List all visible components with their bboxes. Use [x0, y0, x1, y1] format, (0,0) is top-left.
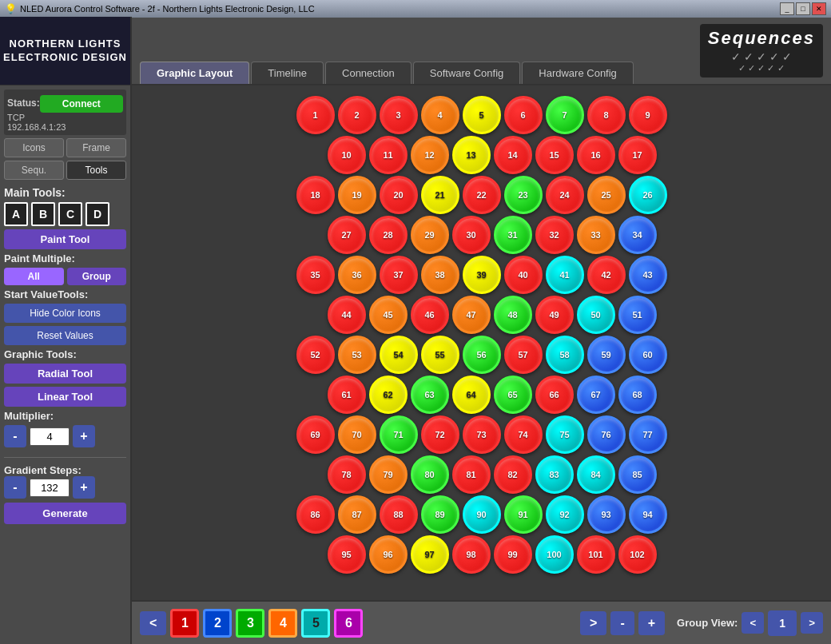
- all-button[interactable]: All: [4, 268, 64, 285]
- led-node-39[interactable]: 39: [463, 256, 501, 294]
- led-node-38[interactable]: 38: [421, 256, 459, 294]
- led-node-50[interactable]: 50: [577, 296, 615, 334]
- led-node-87[interactable]: 87: [338, 495, 376, 534]
- group-view-next[interactable]: >: [801, 612, 823, 634]
- led-node-23[interactable]: 23: [504, 176, 543, 214]
- led-node-62[interactable]: 62: [369, 376, 408, 414]
- led-node-32[interactable]: 32: [535, 216, 574, 254]
- led-node-67[interactable]: 67: [577, 376, 615, 414]
- group-view-prev[interactable]: <: [742, 612, 764, 634]
- led-node-88[interactable]: 88: [380, 495, 418, 534]
- led-node-42[interactable]: 42: [587, 256, 626, 294]
- led-node-29[interactable]: 29: [411, 216, 449, 254]
- led-node-59[interactable]: 59: [587, 336, 626, 374]
- led-node-53[interactable]: 53: [338, 336, 376, 374]
- led-node-70[interactable]: 70: [338, 415, 376, 454]
- led-node-15[interactable]: 15: [535, 136, 574, 174]
- led-node-54[interactable]: 54: [380, 336, 418, 374]
- multiplier-minus-button[interactable]: -: [4, 425, 26, 447]
- led-node-45[interactable]: 45: [369, 296, 408, 334]
- connect-button[interactable]: Connect: [40, 95, 123, 113]
- led-node-79[interactable]: 79: [369, 455, 408, 494]
- led-node-2[interactable]: 2: [338, 96, 376, 134]
- led-node-83[interactable]: 83: [535, 455, 574, 494]
- led-node-97[interactable]: 97: [411, 535, 449, 574]
- led-node-3[interactable]: 3: [380, 96, 418, 134]
- led-node-60[interactable]: 60: [629, 336, 667, 374]
- paint-tool-button[interactable]: Paint Tool: [4, 229, 126, 249]
- led-node-65[interactable]: 65: [494, 376, 532, 414]
- led-node-44[interactable]: 44: [328, 296, 366, 334]
- led-node-81[interactable]: 81: [452, 455, 491, 494]
- led-node-40[interactable]: 40: [504, 256, 543, 294]
- led-node-24[interactable]: 24: [546, 176, 584, 214]
- led-node-98[interactable]: 98: [452, 535, 491, 574]
- led-node-27[interactable]: 27: [328, 216, 366, 254]
- led-node-48[interactable]: 48: [494, 296, 532, 334]
- led-node-101[interactable]: 101: [577, 535, 615, 574]
- group-4-button[interactable]: 4: [268, 609, 297, 638]
- bottom-plus-button[interactable]: +: [638, 611, 665, 635]
- led-node-99[interactable]: 99: [494, 535, 532, 574]
- group-3-button[interactable]: 3: [236, 609, 264, 638]
- multiplier-plus-button[interactable]: +: [73, 425, 95, 447]
- led-node-66[interactable]: 66: [535, 376, 574, 414]
- close-button[interactable]: ✕: [812, 2, 826, 15]
- led-node-96[interactable]: 96: [369, 535, 408, 574]
- led-node-33[interactable]: 33: [577, 216, 615, 254]
- led-node-9[interactable]: 9: [629, 96, 667, 134]
- led-node-61[interactable]: 61: [328, 376, 366, 414]
- led-node-74[interactable]: 74: [504, 415, 543, 454]
- abcd-b-button[interactable]: B: [31, 202, 55, 226]
- led-node-41[interactable]: 41: [546, 256, 584, 294]
- led-node-8[interactable]: 8: [587, 96, 626, 134]
- hide-color-button[interactable]: Hide Color Icons: [4, 304, 126, 323]
- led-node-82[interactable]: 82: [494, 455, 532, 494]
- led-node-36[interactable]: 36: [338, 256, 376, 294]
- led-node-16[interactable]: 16: [577, 136, 615, 174]
- led-node-18[interactable]: 18: [296, 176, 335, 214]
- led-node-12[interactable]: 12: [411, 136, 449, 174]
- tab-timeline[interactable]: Timeline: [251, 62, 324, 84]
- led-node-5[interactable]: 5: [463, 96, 501, 134]
- tab-connection[interactable]: Connection: [325, 62, 412, 84]
- led-node-85[interactable]: 85: [618, 455, 657, 494]
- led-node-26[interactable]: 26: [629, 176, 667, 214]
- led-node-1[interactable]: 1: [296, 96, 335, 134]
- led-node-34[interactable]: 34: [618, 216, 657, 254]
- led-node-47[interactable]: 47: [452, 296, 491, 334]
- bottom-minus-button[interactable]: -: [610, 611, 634, 635]
- tab-hardware-config[interactable]: Hardware Config: [522, 62, 634, 84]
- reset-values-button[interactable]: Reset Values: [4, 326, 126, 345]
- led-node-86[interactable]: 86: [296, 495, 335, 534]
- led-node-58[interactable]: 58: [546, 336, 584, 374]
- led-node-17[interactable]: 17: [618, 136, 657, 174]
- led-node-100[interactable]: 100: [535, 535, 574, 574]
- maximize-button[interactable]: □: [796, 2, 810, 15]
- led-node-13[interactable]: 13: [452, 136, 491, 174]
- led-node-76[interactable]: 76: [587, 415, 626, 454]
- led-node-64[interactable]: 64: [452, 376, 491, 414]
- linear-tool-button[interactable]: Linear Tool: [4, 387, 126, 407]
- tab-software-config[interactable]: Software Config: [413, 62, 521, 84]
- led-node-11[interactable]: 11: [369, 136, 408, 174]
- next-group-button[interactable]: >: [580, 611, 606, 635]
- led-node-90[interactable]: 90: [463, 495, 501, 534]
- led-node-22[interactable]: 22: [463, 176, 501, 214]
- led-node-93[interactable]: 93: [587, 495, 626, 534]
- led-node-35[interactable]: 35: [296, 256, 335, 294]
- prev-group-button[interactable]: <: [140, 611, 166, 635]
- group-button[interactable]: Group: [67, 268, 127, 285]
- led-node-77[interactable]: 77: [629, 415, 667, 454]
- led-node-52[interactable]: 52: [296, 336, 335, 374]
- led-node-95[interactable]: 95: [328, 535, 366, 574]
- frame-tab[interactable]: Frame: [66, 138, 126, 157]
- led-node-75[interactable]: 75: [546, 415, 584, 454]
- group-2-button[interactable]: 2: [203, 609, 232, 638]
- led-node-10[interactable]: 10: [328, 136, 366, 174]
- led-node-37[interactable]: 37: [380, 256, 418, 294]
- generate-button[interactable]: Generate: [4, 503, 126, 524]
- led-node-30[interactable]: 30: [452, 216, 491, 254]
- abcd-c-button[interactable]: C: [58, 202, 82, 226]
- led-node-25[interactable]: 25: [587, 176, 626, 214]
